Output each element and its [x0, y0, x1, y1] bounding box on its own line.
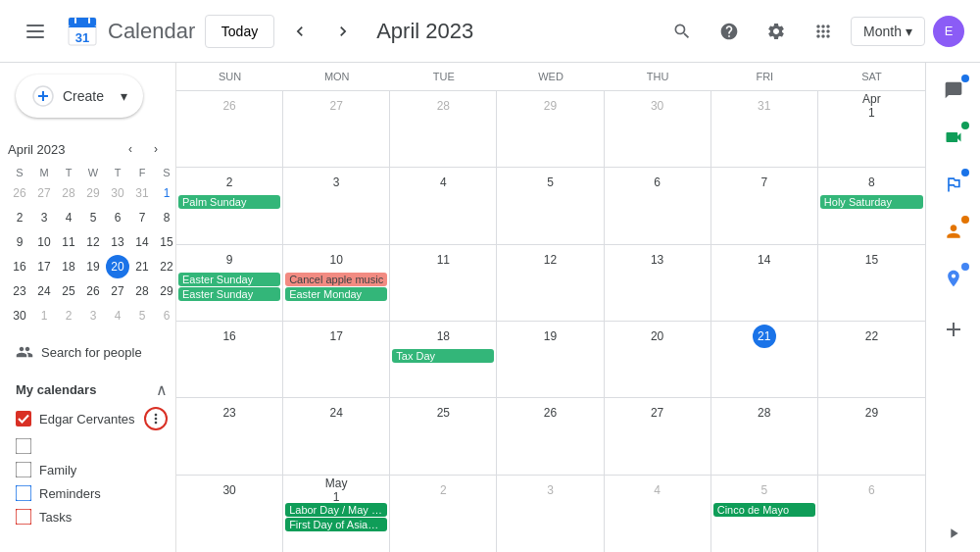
day-number[interactable]: 30: [218, 478, 241, 502]
cal-cell[interactable]: 30: [605, 91, 711, 167]
cal-cell[interactable]: 29: [497, 91, 604, 167]
cal-cell[interactable]: 19: [497, 322, 604, 397]
cal-cell[interactable]: 31: [711, 91, 818, 167]
reminders-checkbox[interactable]: [16, 485, 31, 501]
day-number[interactable]: 29: [538, 94, 562, 118]
cal-cell[interactable]: 17: [283, 322, 390, 397]
cal-cell[interactable]: 15: [818, 245, 925, 321]
day-number[interactable]: 6: [646, 171, 669, 194]
mini-day[interactable]: 16: [8, 255, 31, 278]
mini-day[interactable]: 26: [8, 181, 31, 205]
cal-cell[interactable]: 30: [176, 476, 283, 552]
mini-day[interactable]: 11: [57, 230, 80, 254]
mini-day[interactable]: 22: [155, 255, 176, 278]
mini-cal-prev[interactable]: ‹: [119, 137, 142, 161]
mini-day[interactable]: 5: [81, 206, 105, 229]
mini-day[interactable]: 25: [57, 279, 80, 303]
mini-day[interactable]: 31: [130, 181, 154, 205]
cal-cell[interactable]: 28: [711, 398, 818, 474]
day-number[interactable]: 29: [859, 401, 883, 425]
event-cancel-apple[interactable]: Cancel apple music: [285, 273, 387, 286]
mini-day[interactable]: 8: [155, 206, 176, 229]
event-easter-sunday-2[interactable]: Easter Sunday: [178, 287, 280, 301]
day-number[interactable]: 18: [431, 325, 455, 348]
mini-day[interactable]: 27: [32, 181, 56, 205]
mini-day[interactable]: 6: [106, 206, 129, 229]
edgar-checkbox[interactable]: [16, 411, 31, 427]
day-number[interactable]: 19: [538, 325, 562, 348]
cal-cell[interactable]: 10 Cancel apple music Easter Monday: [283, 245, 390, 321]
cal-cell[interactable]: 8 Holy Saturday: [818, 168, 925, 243]
maps-icon-button[interactable]: [934, 259, 973, 298]
calendar-item-reminders[interactable]: Reminders: [0, 481, 175, 505]
day-number[interactable]: 31: [753, 94, 776, 118]
cal-cell[interactable]: 5: [497, 168, 604, 243]
mini-day[interactable]: 1: [155, 181, 176, 205]
mini-day[interactable]: 9: [8, 230, 31, 254]
mini-day[interactable]: 23: [8, 279, 31, 303]
mini-day[interactable]: 29: [81, 181, 105, 205]
mini-day[interactable]: 12: [81, 230, 105, 254]
family-checkbox[interactable]: [16, 462, 31, 477]
cal-cell[interactable]: 3: [497, 476, 604, 552]
mini-day[interactable]: 30: [8, 304, 31, 327]
day-number[interactable]: 4: [646, 478, 669, 502]
cal-cell[interactable]: 4: [390, 168, 497, 243]
day-number[interactable]: 8: [859, 171, 883, 194]
day-number[interactable]: 15: [859, 248, 883, 272]
create-button[interactable]: Create ▾: [16, 75, 143, 118]
cal-cell[interactable]: 27: [283, 91, 390, 167]
mini-day[interactable]: 10: [32, 230, 56, 254]
mini-day[interactable]: 2: [57, 304, 80, 327]
my-calendars-header[interactable]: My calendars ∧: [0, 376, 175, 403]
cal-cell[interactable]: 9 Easter Sunday Easter Sunday: [176, 245, 283, 321]
cal-cell[interactable]: 20: [605, 322, 711, 397]
cal-cell[interactable]: 21: [711, 322, 818, 397]
cal-cell[interactable]: 7: [711, 168, 818, 243]
menu-icon[interactable]: [16, 12, 55, 51]
mini-day[interactable]: 3: [81, 304, 105, 327]
mini-day[interactable]: 4: [57, 206, 80, 229]
mini-cal-next[interactable]: ›: [144, 137, 168, 161]
mini-day[interactable]: 6: [155, 304, 176, 327]
day-number[interactable]: 9: [218, 248, 241, 272]
cal-cell[interactable]: 11: [390, 245, 497, 321]
cal-cell[interactable]: 18 Tax Day: [390, 322, 497, 397]
day-number[interactable]: 5: [538, 171, 562, 194]
avatar[interactable]: E: [933, 16, 964, 47]
chat-icon-button[interactable]: [934, 71, 973, 110]
cal-cell[interactable]: 2 Palm Sunday: [176, 168, 283, 243]
event-asian-pacific[interactable]: First Day of Asian Pacific: [285, 518, 387, 531]
other-calendars-header[interactable]: Other calendars + ∧: [0, 544, 175, 552]
mini-day[interactable]: 30: [106, 181, 129, 205]
day-number[interactable]: 16: [218, 325, 241, 348]
day-number[interactable]: 6: [859, 478, 883, 502]
day-number[interactable]: 7: [753, 171, 776, 194]
mini-day[interactable]: 26: [81, 279, 105, 303]
search-button[interactable]: [662, 12, 702, 51]
day-number[interactable]: 26: [218, 94, 241, 118]
day-number-today[interactable]: 21: [753, 325, 776, 348]
mini-day[interactable]: 24: [32, 279, 56, 303]
other-cal-add[interactable]: +: [143, 548, 154, 552]
next-month-button[interactable]: [325, 14, 361, 49]
cal-cell[interactable]: 26: [176, 91, 283, 167]
cal-cell[interactable]: 23: [176, 398, 283, 474]
my-calendars-collapse[interactable]: ∧: [156, 380, 168, 399]
contacts-icon-button[interactable]: [934, 212, 973, 251]
empty-checkbox[interactable]: [16, 438, 31, 454]
cal-cell[interactable]: 14: [711, 245, 818, 321]
mini-day[interactable]: 28: [57, 181, 80, 205]
cal-cell[interactable]: 6: [605, 168, 711, 243]
cal-cell[interactable]: 28: [390, 91, 497, 167]
mini-day[interactable]: 17: [32, 255, 56, 278]
day-number[interactable]: 2: [431, 478, 455, 502]
cal-cell[interactable]: 22: [818, 322, 925, 397]
day-number[interactable]: 25: [431, 401, 455, 425]
event-labor-day[interactable]: Labor Day / May Day: [285, 503, 387, 517]
cal-cell[interactable]: 12: [497, 245, 604, 321]
mini-day[interactable]: 3: [32, 206, 56, 229]
event-cinco-de-mayo[interactable]: Cinco de Mayo: [713, 503, 815, 517]
day-number[interactable]: May 1: [324, 478, 348, 502]
mini-day[interactable]: 2: [8, 206, 31, 229]
